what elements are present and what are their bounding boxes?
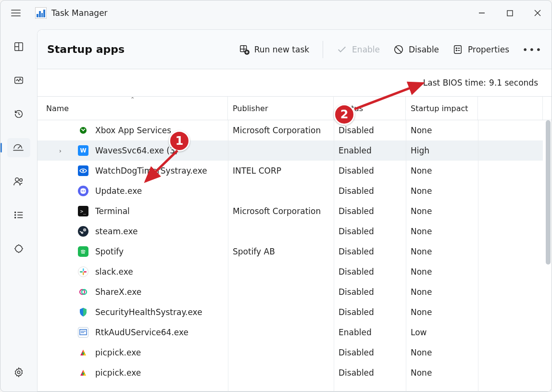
cell-publisher — [228, 221, 334, 241]
nav-startup-apps[interactable] — [7, 138, 30, 157]
cell-status: Enabled — [334, 322, 406, 342]
cell-impact: None — [406, 120, 478, 140]
table-row[interactable]: SpotifySpotify ABDisabledNone — [38, 241, 543, 262]
svg-rect-12 — [454, 45, 462, 53]
shield-icon — [78, 307, 88, 317]
toolbar: Startup apps Run new task Enable — [38, 30, 552, 69]
cell-name: steam.exe — [38, 221, 228, 241]
cell-publisher: Spotify AB — [228, 241, 334, 262]
cell-impact: None — [406, 221, 478, 241]
startup-icon — [13, 142, 25, 153]
nav-processes[interactable] — [7, 37, 30, 56]
col-name[interactable]: Name ⌃ — [38, 97, 228, 120]
table-row[interactable]: steam.exeDisabledNone — [38, 221, 543, 241]
page-title: Startup apps — [47, 43, 125, 55]
svg-point-16 — [82, 170, 84, 172]
cell-name: RtkAudUService64.exe — [38, 322, 228, 342]
svg-point-8 — [17, 371, 20, 374]
table-row[interactable]: ShareX.exeDisabledNone — [38, 282, 543, 302]
maximize-button[interactable] — [496, 3, 524, 23]
more-button[interactable]: ••• — [523, 40, 542, 59]
svg-point-4 — [20, 179, 23, 182]
cell-impact: None — [406, 262, 478, 282]
toolbar-separator — [323, 41, 323, 58]
close-button[interactable] — [524, 3, 552, 23]
table-row[interactable]: SecurityHealthSystray.exeDisabledNone — [38, 302, 543, 322]
cell-impact: None — [406, 241, 478, 262]
table-row[interactable]: Update.exeDisabledNone — [38, 181, 543, 201]
run-task-icon — [239, 44, 250, 55]
cell-impact: None — [406, 302, 478, 322]
cell-status: Disabled — [334, 363, 406, 383]
table-row[interactable]: picpick.exeDisabledNone — [38, 342, 543, 363]
generic-icon — [78, 327, 88, 338]
expand-toggle[interactable]: › — [38, 147, 66, 154]
svg-point-21 — [84, 229, 85, 230]
app-name-label: picpick.exe — [95, 368, 141, 378]
minimize-button[interactable] — [468, 3, 496, 23]
disable-button[interactable]: Disable — [393, 44, 439, 55]
nav-services[interactable] — [7, 239, 30, 258]
col-impact[interactable]: Startup impact — [406, 97, 478, 120]
scrollbar-thumb[interactable] — [546, 120, 551, 265]
eye-icon — [78, 165, 88, 176]
app-name-label: picpick.exe — [95, 348, 141, 357]
svg-point-7 — [15, 217, 16, 218]
app-name-label: Terminal — [95, 206, 130, 216]
app-name-label: ShareX.exe — [95, 287, 141, 297]
cell-impact: None — [406, 181, 478, 201]
cell-publisher — [228, 181, 334, 201]
nav-details[interactable] — [7, 205, 30, 225]
cell-publisher — [228, 262, 334, 282]
table-row[interactable]: Xbox App ServicesMicrosoft CorporationDi… — [38, 120, 543, 140]
details-icon — [13, 210, 24, 220]
discord-icon — [78, 186, 88, 196]
hamburger-menu-button[interactable] — [6, 3, 25, 23]
table-row[interactable]: WatchDogTimerSystray.exeINTEL CORPDisabl… — [38, 161, 543, 181]
app-name-label: steam.exe — [95, 227, 138, 236]
properties-label: Properties — [468, 45, 509, 54]
sidebar — [0, 25, 37, 392]
nav-settings[interactable] — [7, 363, 30, 382]
nav-app-history[interactable] — [7, 104, 30, 124]
table-row[interactable]: slack.exeDisabledNone — [38, 262, 543, 282]
table-row[interactable]: picpick.exeDisabledNone — [38, 363, 543, 383]
cell-publisher — [228, 342, 334, 363]
svg-point-18 — [84, 190, 85, 191]
col-status[interactable]: Status — [334, 97, 406, 120]
cell-publisher — [228, 363, 334, 383]
cell-status: Disabled — [334, 161, 406, 181]
col-spacer — [478, 97, 543, 120]
users-icon — [13, 176, 25, 187]
picpick-icon — [78, 347, 88, 358]
col-scroll-spacer — [543, 97, 552, 120]
disable-label: Disable — [409, 45, 439, 54]
properties-button[interactable]: Properties — [452, 44, 509, 55]
cell-name: picpick.exe — [38, 363, 228, 383]
processes-icon — [13, 41, 24, 52]
table-row[interactable]: >_TerminalMicrosoft CorporationDisabledN… — [38, 201, 543, 221]
col-publisher[interactable]: Publisher — [228, 97, 334, 120]
nav-performance[interactable] — [7, 71, 30, 90]
cell-publisher: Microsoft Corporation — [228, 120, 334, 140]
table-row[interactable]: ›WWavesSvc64.exe (3)EnabledHigh — [38, 140, 543, 161]
bios-value: 9.1 seconds — [489, 78, 538, 88]
more-icon: ••• — [522, 44, 542, 55]
svg-rect-24 — [80, 271, 83, 273]
vertical-scrollbar[interactable] — [543, 120, 552, 391]
app-title: Task Manager — [51, 8, 108, 18]
slack-icon — [78, 266, 88, 277]
run-new-task-button[interactable]: Run new task — [239, 44, 309, 55]
svg-point-5 — [15, 212, 16, 213]
table-row[interactable]: RtkAudUService64.exeEnabledLow — [38, 322, 543, 342]
nav-users[interactable] — [7, 172, 30, 191]
app-name-label: Spotify — [95, 247, 124, 256]
cell-impact: None — [406, 161, 478, 181]
cell-publisher — [228, 322, 334, 342]
history-icon — [13, 109, 24, 119]
svg-rect-29 — [80, 329, 87, 335]
app-name-label: SecurityHealthSystray.exe — [95, 307, 202, 317]
cell-impact: None — [406, 201, 478, 221]
cell-name: Xbox App Services — [38, 120, 228, 140]
cell-name: ShareX.exe — [38, 282, 228, 302]
